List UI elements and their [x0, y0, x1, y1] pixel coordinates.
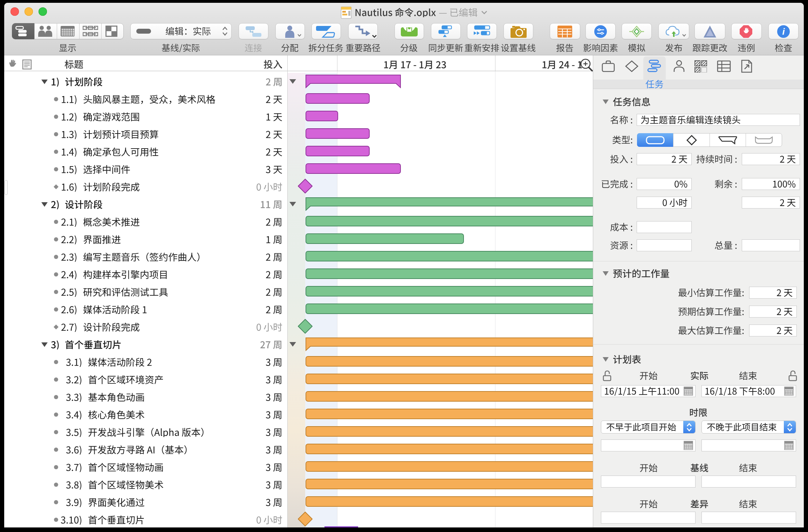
svg-text:i: i — [782, 26, 785, 37]
